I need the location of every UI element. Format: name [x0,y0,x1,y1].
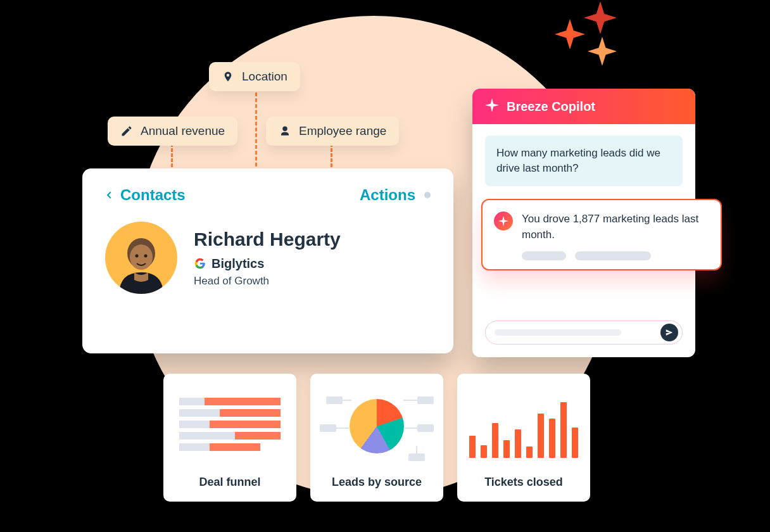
send-button[interactable] [660,324,678,341]
back-label: Contacts [120,186,186,204]
pie-chart [319,383,434,469]
sparkle-icon [494,212,513,231]
copilot-answer-card: You drove 1,877 marketing leads last mon… [481,199,722,270]
stat-card-leads-by-source[interactable]: Leads by source [310,374,443,502]
company-logo-icon [194,257,206,270]
edit-icon [120,125,133,137]
svg-point-2 [136,255,139,258]
copilot-input[interactable] [485,320,683,345]
chip-label: Annual revenue [141,124,225,138]
stat-label: Deal funnel [199,476,260,489]
loading-skeleton [522,251,709,260]
back-to-contacts[interactable]: Contacts [105,186,186,204]
copilot-title: Breeze Copilot [507,99,595,114]
pin-icon [222,70,234,83]
actions-menu[interactable]: Actions [360,186,431,204]
chip-employee-range[interactable]: Employee range [266,117,399,146]
contact-name: Richard Hegarty [194,229,341,250]
person-icon [279,125,291,137]
sparkle-cluster [551,0,652,76]
chevron-left-icon [105,188,114,202]
stat-card-deal-funnel[interactable]: Deal funnel [163,374,296,502]
svg-point-3 [144,255,148,258]
chip-annual-revenue[interactable]: Annual revenue [108,117,237,146]
contact-company: Biglytics [211,256,264,271]
copilot-panel: Breeze Copilot How many marketing leads … [472,89,695,357]
funnel-chart [172,383,287,469]
stat-label: Leads by source [332,476,422,489]
send-icon [665,328,674,337]
chip-location[interactable]: Location [209,62,300,91]
overflow-dot-icon [424,192,431,198]
contact-role: Head of Growth [194,275,341,288]
bar-chart [466,383,581,469]
stat-card-tickets-closed[interactable]: Tickets closed [457,374,590,502]
input-placeholder [495,329,621,336]
actions-label: Actions [360,186,415,204]
chip-label: Location [242,70,287,84]
copilot-user-message: How many marketing leads did we drive la… [485,136,683,186]
avatar [105,222,177,294]
sparkle-icon [485,98,499,115]
chip-label: Employee range [299,124,386,138]
contact-card: Contacts Actions Richard He [82,168,453,353]
copilot-answer-text: You drove 1,877 marketing leads last mon… [522,212,709,243]
stat-label: Tickets closed [484,476,563,489]
connector-line [255,92,257,172]
copilot-header: Breeze Copilot [472,89,695,124]
